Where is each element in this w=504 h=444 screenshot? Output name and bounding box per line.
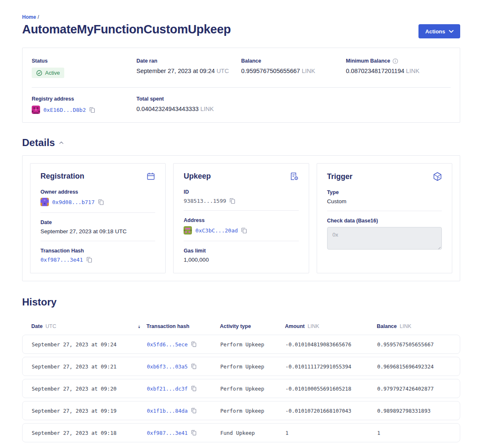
date-ran-label: Date ran bbox=[136, 58, 241, 64]
actions-button[interactable]: Actions bbox=[418, 24, 460, 38]
copy-icon[interactable] bbox=[191, 408, 197, 414]
breadcrumb: Home/ bbox=[22, 14, 460, 20]
row-amount: -0.010100055691605218 bbox=[285, 386, 377, 392]
details-heading: Details bbox=[22, 137, 55, 149]
row-balance: 0.9696815696492324 bbox=[377, 363, 451, 370]
trigger-title: Trigger bbox=[327, 172, 353, 181]
date-header-unit: UTC bbox=[45, 323, 56, 329]
breadcrumb-home-link[interactable]: Home bbox=[22, 14, 36, 20]
registration-tx-link[interactable]: 0xf987...3e41 bbox=[40, 257, 83, 263]
total-spent-value: 0.04042324943443333 bbox=[136, 106, 199, 112]
status-badge-label: Active bbox=[45, 70, 60, 76]
gas-limit-value: 1,000,000 bbox=[184, 257, 298, 263]
balance-value: 0.9595767505655667 bbox=[241, 68, 300, 74]
row-hash-link[interactable]: 0xb6f3...03a5 bbox=[147, 363, 188, 370]
table-row: September 27, 2023 at 09:20 0xbf21...dc3… bbox=[22, 379, 460, 398]
status-field: Status Active bbox=[32, 58, 136, 78]
owner-identicon bbox=[40, 198, 49, 206]
owner-address-link[interactable]: 0x9d08...b717 bbox=[52, 199, 95, 205]
row-balance: 0.9595767505655667 bbox=[377, 341, 451, 348]
date-ran-value: September 27, 2023 at 09:24 bbox=[136, 68, 215, 74]
row-balance: 0.9797927426402877 bbox=[377, 386, 451, 392]
row-hash-link[interactable]: 0xbf21...dc3f bbox=[147, 386, 188, 392]
registry-address-label: Registry address bbox=[32, 96, 136, 102]
min-balance-value: 0.0870234817201194 bbox=[346, 68, 404, 74]
row-date: September 27, 2023 at 09:24 bbox=[32, 341, 147, 348]
row-amount: 1 bbox=[285, 430, 377, 436]
page-title: AutomateMyFunctionCustomUpkeep bbox=[22, 23, 231, 36]
copy-icon[interactable] bbox=[191, 386, 197, 391]
row-hash-link[interactable]: 0xf987...3e41 bbox=[147, 430, 188, 436]
min-balance-label: Minimum Balance bbox=[346, 58, 390, 64]
copy-icon[interactable] bbox=[89, 107, 95, 113]
copy-icon[interactable] bbox=[191, 363, 197, 369]
sort-icon[interactable]: ▲▼ bbox=[138, 324, 141, 328]
upkeep-title: Upkeep bbox=[184, 172, 211, 181]
upkeep-address-link[interactable]: 0xC3bC...20ad bbox=[195, 227, 238, 234]
upkeep-id-value: 938513...1599 bbox=[184, 198, 226, 204]
column-header-balance: BalanceLINK bbox=[377, 323, 451, 329]
registry-address-field: Registry address 0xE16D...D8b2 bbox=[32, 96, 136, 114]
min-balance-field: Minimum Balance 0.0870234817201194 LINK bbox=[346, 58, 451, 78]
registration-date-label: Date bbox=[40, 219, 155, 225]
row-hash-link[interactable]: 0x1f1b...84da bbox=[147, 408, 188, 414]
row-activity: Perform Upkeep bbox=[220, 408, 285, 414]
details-card: Registration Owner address 0x9d08...b717… bbox=[22, 155, 460, 281]
row-amount: -0.010104819083665676 bbox=[285, 341, 377, 348]
copy-icon[interactable] bbox=[229, 198, 235, 204]
table-row: September 27, 2023 at 09:21 0xb6f3...03a… bbox=[22, 357, 460, 376]
resize-grip-icon[interactable] bbox=[437, 245, 441, 249]
registry-identicon bbox=[32, 106, 40, 114]
status-badge: Active bbox=[32, 68, 64, 78]
total-spent-unit: LINK bbox=[200, 106, 214, 112]
row-balance: 0.989892798331893 bbox=[377, 408, 451, 414]
copy-icon[interactable] bbox=[86, 257, 92, 263]
row-date: September 27, 2023 at 09:18 bbox=[32, 430, 147, 436]
cube-icon bbox=[433, 172, 442, 181]
check-data-input[interactable] bbox=[327, 227, 442, 250]
chevron-down-icon bbox=[449, 30, 454, 33]
trigger-type-label: Type bbox=[327, 189, 442, 195]
upkeep-id-label: ID bbox=[184, 189, 298, 195]
row-date: September 27, 2023 at 09:20 bbox=[32, 386, 147, 392]
registration-tx-label: Transaction Hash bbox=[40, 248, 155, 254]
upkeep-address-label: Address bbox=[184, 217, 298, 223]
row-balance: 1 bbox=[377, 430, 451, 436]
row-activity: Perform Upkeep bbox=[220, 363, 285, 370]
balance-field: Balance 0.9595767505655667 LINK bbox=[241, 58, 346, 78]
total-spent-field: Total spent 0.04042324943443333 LINK bbox=[136, 96, 241, 114]
row-activity: Fund Upkeep bbox=[220, 430, 285, 436]
summary-card: Status Active Date ran September 27, 202… bbox=[22, 48, 460, 123]
registry-address-link[interactable]: 0xE16D...D8b2 bbox=[43, 107, 86, 113]
info-icon[interactable] bbox=[393, 58, 398, 64]
check-circle-icon bbox=[36, 70, 42, 76]
history-heading: History bbox=[22, 296, 460, 308]
history-table-header: Date UTC ▲▼ Transaction hash Activity ty… bbox=[22, 318, 460, 335]
summary-divider bbox=[32, 87, 451, 88]
copy-icon[interactable] bbox=[191, 341, 197, 347]
registration-title: Registration bbox=[40, 172, 84, 181]
table-row: September 27, 2023 at 09:19 0x1f1b...84d… bbox=[22, 401, 460, 420]
registration-date-value: September 27, 2023 at 09:18 UTC bbox=[40, 228, 155, 235]
copy-icon[interactable] bbox=[241, 227, 247, 234]
document-gear-icon bbox=[290, 172, 299, 181]
calendar-icon bbox=[146, 172, 155, 181]
trigger-type-value: Custom bbox=[327, 198, 442, 204]
column-header-amount: AmountLINK bbox=[285, 323, 377, 329]
row-hash-link[interactable]: 0x5fd6...5ece bbox=[147, 341, 188, 348]
upkeep-card: Upkeep ID 938513...1599 Address bbox=[173, 163, 309, 273]
row-amount: -0.010111172991055394 bbox=[285, 363, 377, 370]
date-header-label: Date bbox=[31, 323, 43, 329]
total-spent-label: Total spent bbox=[136, 96, 241, 102]
row-date: September 27, 2023 at 09:21 bbox=[32, 363, 147, 370]
column-header-date[interactable]: Date UTC ▲▼ bbox=[31, 323, 146, 329]
copy-icon[interactable] bbox=[98, 199, 104, 205]
row-date: September 27, 2023 at 09:19 bbox=[32, 408, 147, 414]
page-content: Home/ AutomateMyFunctionCustomUpkeep Act… bbox=[22, 0, 460, 444]
trigger-card: Trigger Type Custom Check data (Base16) bbox=[317, 163, 452, 273]
balance-unit: LINK bbox=[302, 68, 315, 74]
table-row: September 27, 2023 at 09:24 0x5fd6...5ec… bbox=[22, 335, 460, 354]
collapse-caret-icon[interactable] bbox=[59, 141, 63, 144]
copy-icon[interactable] bbox=[191, 430, 197, 436]
column-header-activity: Activity type bbox=[220, 323, 285, 329]
